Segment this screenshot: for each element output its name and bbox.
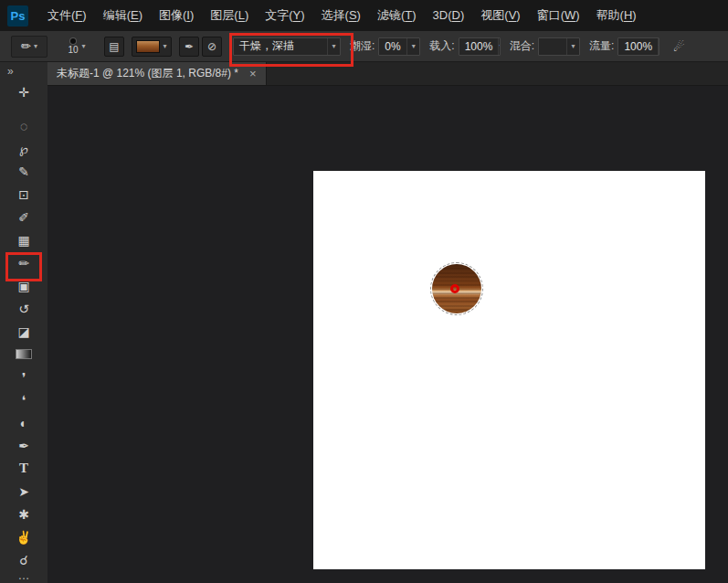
dodge-tool[interactable]: ◐ bbox=[7, 411, 40, 434]
brush-tip-icon bbox=[70, 38, 76, 44]
shape-tool-icon: ✱ bbox=[18, 507, 29, 522]
hand-tool[interactable]: ✌ bbox=[7, 525, 40, 548]
document-area: 未标题-1 @ 121% (图层 1, RGB/8#) * × bbox=[47, 62, 728, 583]
options-bar: ✏ ▾ 10 ▾ ▤ ▾ ✒ ⊘ 干燥，深描 ▾ 潮湿:0%▾载入:100%▾混… bbox=[0, 31, 728, 62]
photoshop-logo[interactable]: Ps bbox=[7, 5, 28, 26]
tab-title: 未标题-1 @ 121% (图层 1, RGB/8#) * bbox=[57, 66, 238, 81]
wet-label: 潮湿: bbox=[350, 38, 375, 54]
stamp-tool-icon: ▣ bbox=[17, 279, 29, 293]
useful-combinations-dropdown[interactable]: 干燥，深描 ▾ bbox=[233, 37, 341, 56]
menu-w[interactable]: 窗口(W) bbox=[529, 0, 588, 31]
menu-d[interactable]: 3D(D) bbox=[425, 0, 473, 31]
zoom-tool-icon: ☌ bbox=[19, 553, 27, 567]
photoshop-window: { "app": { "logo_text": "Ps", "logo_bg":… bbox=[0, 0, 728, 583]
brush-load-color bbox=[136, 40, 160, 53]
chevron-down-icon: ▾ bbox=[163, 42, 166, 50]
document-tab[interactable]: 未标题-1 @ 121% (图层 1, RGB/8#) * × bbox=[47, 62, 267, 85]
canvas-workspace[interactable] bbox=[47, 86, 728, 583]
chevron-down-icon: ▾ bbox=[406, 38, 419, 55]
brush-preset-picker[interactable]: 10 ▾ bbox=[57, 34, 97, 59]
type-tool-icon: T bbox=[19, 461, 28, 476]
tool-list: ✛◌℘✎⊡✐▦✏▣↺◪❜❛◐✒T➤✱✌☌ bbox=[7, 80, 40, 571]
tool-preset-picker[interactable]: ✏ ▾ bbox=[11, 36, 47, 58]
brush-size-value: 10 bbox=[68, 46, 78, 55]
shape-tool[interactable]: ✱ bbox=[7, 503, 40, 525]
menu-y[interactable]: 文字(Y) bbox=[257, 0, 312, 31]
mix-dropdown[interactable]: ▾ bbox=[538, 37, 580, 56]
menu-f[interactable]: 文件(F) bbox=[39, 0, 95, 31]
hand-tool-icon: ✌ bbox=[16, 530, 31, 545]
dodge-tool-icon: ◐ bbox=[20, 416, 27, 430]
mix-label: 混合: bbox=[510, 38, 534, 54]
gradient-tool[interactable] bbox=[7, 343, 40, 366]
brush-stroke-selection bbox=[430, 262, 483, 315]
wet-dropdown[interactable]: 0%▾ bbox=[378, 37, 420, 56]
menu-v[interactable]: 视图(V) bbox=[472, 0, 528, 31]
tools-panel: » ✛◌℘✎⊡✐▦✏▣↺◪❜❛◐✒T➤✱✌☌ … bbox=[0, 62, 47, 583]
path-selection-tool[interactable]: ➤ bbox=[7, 480, 40, 503]
menubar-items: 文件(F)编辑(E)图像(I)图层(L)文字(Y)选择(S)滤镜(T)3D(D)… bbox=[39, 0, 645, 31]
path-selection-tool-icon: ➤ bbox=[18, 484, 29, 499]
clean-brush-icon: ⊘ bbox=[207, 40, 216, 53]
combination-value: 干燥，深描 bbox=[234, 38, 327, 54]
document-tab-bar: 未标题-1 @ 121% (图层 1, RGB/8#) * × bbox=[47, 62, 728, 86]
load-brush-icon: ✒ bbox=[185, 40, 194, 53]
red-circle-marker bbox=[450, 284, 459, 293]
current-brush-load-swatch[interactable]: ▾ bbox=[132, 37, 172, 57]
quick-selection-tool-icon: ✎ bbox=[18, 164, 29, 179]
brush-panel-icon: ▤ bbox=[109, 40, 119, 53]
close-icon[interactable]: × bbox=[249, 67, 257, 80]
toolbar-expand-button[interactable]: » bbox=[0, 64, 14, 79]
eyedropper-tool[interactable]: ✐ bbox=[7, 206, 40, 228]
lasso-tool[interactable]: ℘ bbox=[7, 137, 40, 160]
gradient-icon bbox=[16, 349, 32, 359]
load-brush-after-stroke-button[interactable]: ✒ bbox=[179, 37, 199, 57]
menu-s[interactable]: 选择(S) bbox=[313, 0, 369, 31]
stamp-tool[interactable]: ▣ bbox=[7, 274, 40, 297]
menu-t[interactable]: 滤镜(T) bbox=[369, 0, 425, 31]
airbrush-icon: ☄ bbox=[673, 39, 685, 54]
history-brush-tool[interactable]: ↺ bbox=[7, 297, 40, 320]
type-tool[interactable]: T bbox=[7, 457, 40, 480]
chevron-down-icon: ▾ bbox=[498, 38, 500, 55]
flow-label: 流量: bbox=[589, 38, 614, 54]
flow-dropdown[interactable]: 100%▾ bbox=[617, 37, 659, 56]
eraser-tool[interactable]: ◪ bbox=[7, 320, 40, 343]
load-dropdown[interactable]: 100%▾ bbox=[459, 37, 501, 56]
edit-toolbar-button[interactable]: … bbox=[18, 571, 30, 583]
document-canvas[interactable] bbox=[313, 171, 705, 569]
ellipse-marquee-tool[interactable]: ◌ bbox=[7, 114, 40, 137]
menu-e[interactable]: 编辑(E) bbox=[95, 0, 151, 31]
chevron-down-icon: ▾ bbox=[658, 38, 659, 55]
eraser-tool-icon: ◪ bbox=[17, 324, 29, 339]
frame-tool[interactable]: ▦ bbox=[7, 228, 40, 251]
menu-h[interactable]: 帮助(H) bbox=[588, 0, 645, 31]
crop-tool-icon: ⊡ bbox=[18, 187, 29, 202]
airbrush-toggle[interactable]: ☄ bbox=[669, 37, 689, 57]
crop-tool[interactable]: ⊡ bbox=[7, 183, 40, 206]
quick-selection-tool[interactable]: ✎ bbox=[7, 160, 40, 183]
mixer-brush-tool-icon: ✏ bbox=[18, 256, 29, 270]
mixer-brush-tool[interactable]: ✏ bbox=[7, 251, 40, 274]
mixer-brush-icon: ✏ bbox=[21, 39, 31, 53]
load-label: 载入: bbox=[429, 38, 454, 54]
chevron-down-icon: ▾ bbox=[34, 42, 37, 50]
menu-l[interactable]: 图层(L) bbox=[202, 0, 257, 31]
move-tool[interactable]: ✛ bbox=[7, 80, 40, 103]
chevron-down-icon: ▾ bbox=[82, 42, 86, 50]
move-tool-icon: ✛ bbox=[18, 85, 29, 100]
ellipse-marquee-tool-icon: ◌ bbox=[20, 119, 27, 133]
sharpen-tool[interactable]: ❛ bbox=[7, 388, 40, 411]
history-brush-tool-icon: ↺ bbox=[18, 302, 29, 316]
clean-brush-after-stroke-button[interactable]: ⊘ bbox=[202, 37, 222, 57]
chevron-down-icon: ▾ bbox=[327, 38, 340, 55]
toggle-brush-panel-button[interactable]: ▤ bbox=[104, 37, 124, 57]
sharpen-tool-icon: ❛ bbox=[22, 393, 26, 408]
blur-tool[interactable]: ❜ bbox=[7, 366, 40, 388]
blur-tool-icon: ❜ bbox=[22, 370, 26, 385]
pen-tool-icon: ✒ bbox=[18, 439, 29, 453]
menu-i[interactable]: 图像(I) bbox=[151, 0, 202, 31]
pen-tool[interactable]: ✒ bbox=[7, 434, 40, 457]
lasso-tool-icon: ℘ bbox=[19, 142, 28, 156]
menu-bar: Ps 文件(F)编辑(E)图像(I)图层(L)文字(Y)选择(S)滤镜(T)3D… bbox=[0, 0, 728, 31]
